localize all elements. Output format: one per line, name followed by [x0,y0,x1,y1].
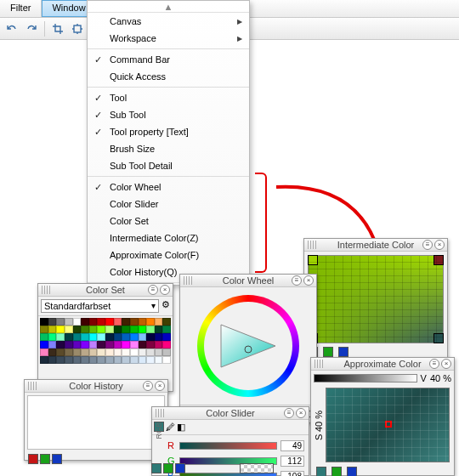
background-swatch[interactable] [347,467,357,476]
b-value[interactable]: 108 [280,471,304,477]
swatch-cell[interactable] [155,326,163,333]
swatch-cell[interactable] [146,356,155,364]
swatch-cell[interactable] [114,348,122,356]
swatch-cell[interactable] [73,348,82,356]
value-gradient-bar[interactable] [314,374,417,382]
swatch-cell[interactable] [97,341,105,348]
swatch-cell[interactable] [162,318,171,326]
swatch-cell[interactable] [65,318,73,326]
swatch-cell[interactable] [73,341,82,348]
swatch-cell[interactable] [89,348,98,356]
panel-menu-icon[interactable]: ≡ [284,408,294,418]
swatch-grid[interactable] [38,315,173,366]
dropdown-scroll-up-icon[interactable]: ▲ [88,1,249,13]
swatch-cell[interactable] [89,356,98,364]
swatch-cell[interactable] [65,356,73,364]
swatch-cell[interactable] [56,356,65,364]
menu-quick-access[interactable]: Quick Access [88,68,249,85]
swatch-cell[interactable] [40,333,48,341]
swatch-cell[interactable] [56,326,65,333]
swatch-cell[interactable] [114,318,122,326]
swatch-cell[interactable] [130,356,139,364]
swatch-cell[interactable] [130,333,139,341]
swatch-cell[interactable] [40,348,48,356]
sub-swatch[interactable] [163,463,173,473]
swatch-cell[interactable] [56,348,65,356]
swatch-cell[interactable] [97,318,105,326]
swatch-cell[interactable] [48,341,57,348]
menu-sub-tool-detail[interactable]: Sub Tool Detail [88,157,249,174]
close-icon[interactable]: × [434,240,445,250]
transparent-swatch[interactable] [240,463,274,473]
swatch-cell[interactable] [114,356,122,364]
swatch-cell[interactable] [73,333,82,341]
swatch-cell[interactable] [122,326,130,333]
swatch-cell[interactable] [162,333,171,341]
background-swatch[interactable] [52,454,62,464]
swatch-cell[interactable] [162,326,171,333]
eyedropper-icon[interactable]: 🖉 [166,422,175,433]
swatch-cell[interactable] [122,341,130,348]
swatch-cell[interactable] [89,333,98,341]
corner-swatch-br[interactable] [434,333,444,343]
swatch-cell[interactable] [73,318,82,326]
swatch-cell[interactable] [81,348,89,356]
swatch-cell[interactable] [81,318,89,326]
swatch-cell[interactable] [139,356,147,364]
intermediate-color-panel[interactable]: Intermediate Color ≡× [303,238,448,366]
panel-menu-icon[interactable]: ≡ [143,381,153,391]
canvas-size-icon[interactable] [69,20,86,37]
panel-menu-icon[interactable]: ≡ [422,240,433,250]
mixer-icon[interactable]: ◧ [177,422,185,433]
swatch-cell[interactable] [146,348,155,356]
color-history-panel[interactable]: Color History ≡× [24,379,168,461]
foreground-swatch[interactable] [28,454,38,464]
panel-menu-icon[interactable]: ≡ [292,275,302,286]
swatch-cell[interactable] [105,356,114,364]
menu-command-bar[interactable]: ✓Command Bar [88,51,249,68]
panel-menu-icon[interactable]: ≡ [429,359,439,369]
swatch-cell[interactable] [40,318,48,326]
swatch-cell[interactable] [48,326,57,333]
menu-tool-property[interactable]: ✓Tool property [Text] [88,123,249,140]
panel-titlebar[interactable]: Color History ≡× [25,380,167,393]
menu-filter[interactable]: Filter [0,0,42,17]
swatch-cell[interactable] [139,333,147,341]
swatch-cell[interactable] [122,348,130,356]
panel-titlebar[interactable]: Color Wheel ≡× [180,275,316,287]
swatch-cell[interactable] [155,348,163,356]
swatch-cell[interactable] [130,318,139,326]
swatch-cell[interactable] [139,326,147,333]
close-icon[interactable]: × [441,359,451,369]
swatch-cell[interactable] [130,341,139,348]
swatch-cell[interactable] [48,348,57,356]
swatch-cell[interactable] [155,341,163,348]
foreground-swatch[interactable] [316,467,326,476]
swatch-cell[interactable] [162,356,171,364]
swatch-cell[interactable] [105,318,114,326]
undo-icon[interactable] [3,20,20,37]
close-icon[interactable]: × [303,275,314,286]
panel-titlebar[interactable]: Approximate Color ≡× [311,358,454,371]
swatch-cell[interactable] [155,356,163,364]
swatch-cell[interactable] [114,333,122,341]
swatch-cell[interactable] [146,333,155,341]
swatch-cell[interactable] [73,326,82,333]
g-value[interactable]: 112 [280,456,304,467]
color-set-panel[interactable]: Color Set ≡× Standardfarbset ⚙ [37,283,173,392]
approximate-grid[interactable] [326,388,450,462]
swatch-cell[interactable] [105,333,114,341]
menu-workspace[interactable]: Workspace [88,30,249,47]
menu-brush-size[interactable]: Brush Size [88,140,249,157]
close-icon[interactable]: × [155,381,165,391]
swatch-cell[interactable] [162,348,171,356]
swatch-cell[interactable] [48,356,57,364]
color-wheel-panel[interactable]: Color Wheel ≡× H 171 S 32 V [179,274,317,423]
swatch-cell[interactable] [40,356,48,364]
panel-titlebar[interactable]: Color Set ≡× [38,284,173,297]
swatch-cell[interactable] [81,341,89,348]
menu-tool[interactable]: ✓Tool [88,89,249,106]
swatch-cell[interactable] [130,326,139,333]
swatch-cell[interactable] [139,348,147,356]
r-slider[interactable] [179,442,277,450]
